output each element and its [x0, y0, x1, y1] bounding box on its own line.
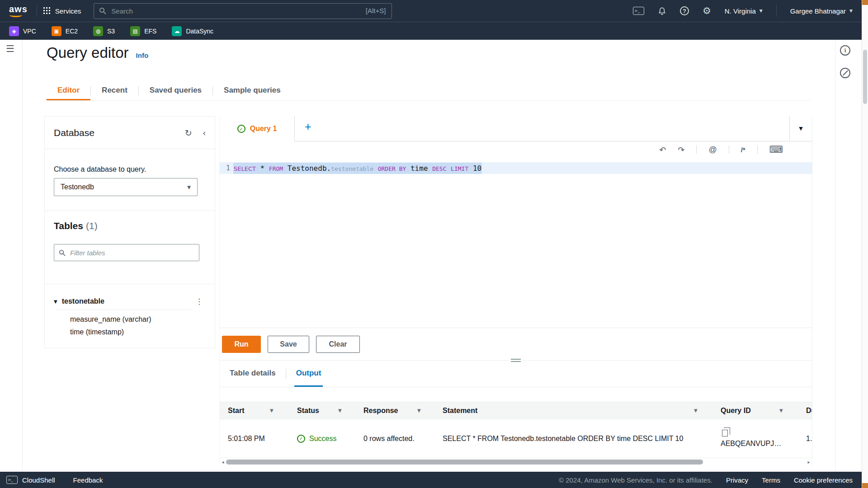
column-header-duration: Du — [806, 402, 812, 419]
aws-console: aws Services [Alt+S] >_ ? ⚙ N. Virginia … — [0, 0, 868, 488]
top-navigation-bar: aws Services [Alt+S] >_ ? ⚙ N. Virginia … — [0, 0, 868, 22]
filter-tables-input[interactable] — [69, 249, 194, 257]
favorite-label: S3 — [107, 28, 115, 35]
tab-output[interactable]: Output — [294, 361, 323, 387]
scrollbar-track[interactable] — [226, 458, 806, 466]
comment-icon[interactable]: /* — [741, 146, 745, 154]
cookie-preferences-link[interactable]: Cookie preferences — [794, 476, 853, 484]
query-tab-overflow-menu[interactable]: ▼ — [789, 116, 812, 141]
filter-caret-icon[interactable]: ▼ — [779, 408, 783, 413]
scroll-left-icon[interactable]: ◂ — [220, 460, 226, 465]
result-duration: 1.1 — [806, 419, 812, 458]
settings-gear-icon[interactable]: ⚙ — [703, 6, 711, 16]
page-tabs: Editor Recent Saved queries Sample queri… — [47, 81, 292, 100]
sql-code-editor[interactable]: 1 SELECT * FROM Testonedb.testonetable O… — [220, 158, 812, 328]
privacy-link[interactable]: Privacy — [726, 476, 748, 484]
favorite-label: VPC — [23, 28, 36, 35]
search-icon — [59, 249, 66, 256]
query-tab-label: Query 1 — [250, 125, 277, 133]
undo-icon[interactable]: ↶ — [659, 145, 666, 155]
left-rail-divider — [22, 40, 23, 472]
chevron-down-icon: ▼ — [187, 185, 191, 190]
column-header-response: Response — [363, 402, 398, 419]
cloudshell-icon: >_ — [6, 476, 18, 484]
results-table-header: Start ▼ Status ▼ Response ▼ Statement ▼ … — [220, 402, 812, 419]
favorite-vpc[interactable]: ◈ VPC — [9, 26, 36, 36]
search-input[interactable] — [94, 3, 392, 19]
sql-token: time — [410, 164, 428, 173]
hamburger-menu-icon[interactable]: ☰ — [6, 43, 14, 54]
header-divider — [37, 5, 37, 17]
favorite-efs[interactable]: ▤ EFS — [130, 26, 156, 36]
expand-caret-icon[interactable]: ▼ — [54, 299, 57, 304]
query-tab-1[interactable]: ✓ Query 1 — [220, 116, 295, 141]
sql-token: LIMIT — [451, 165, 468, 172]
vertical-scrollbar[interactable] — [862, 0, 868, 488]
query-id-value: AEBQEANVUPJ… — [721, 440, 781, 448]
info-link[interactable]: Info — [136, 52, 149, 59]
copy-icon[interactable] — [722, 430, 728, 436]
filter-caret-icon[interactable]: ▼ — [338, 408, 342, 413]
sql-token: ORDER BY — [378, 165, 406, 172]
scrollbar-thumb[interactable] — [226, 460, 703, 465]
tree-divider — [56, 310, 191, 310]
filter-caret-icon[interactable]: ▼ — [417, 408, 421, 413]
filter-caret-icon[interactable]: ▼ — [270, 408, 274, 413]
results-tabs: Table details Output — [220, 361, 812, 387]
sql-token: Testonedb — [288, 164, 327, 173]
copyright-text: © 2024, Amazon Web Services, Inc. or its… — [559, 476, 712, 484]
notifications-icon[interactable] — [658, 6, 666, 16]
aws-logo[interactable]: aws — [8, 4, 30, 18]
terms-link[interactable]: Terms — [762, 476, 780, 484]
search-icon — [99, 7, 106, 16]
tables-count: (1) — [86, 221, 98, 231]
scroll-up-button[interactable] — [862, 0, 868, 5]
feedback-link[interactable]: Feedback — [73, 476, 103, 484]
tab-sample-queries[interactable]: Sample queries — [213, 81, 292, 100]
cloudshell-icon[interactable]: >_ — [633, 7, 644, 15]
add-query-tab-button[interactable]: + — [305, 121, 311, 132]
panel-divider — [45, 284, 215, 284]
tab-table-details[interactable]: Table details — [228, 361, 278, 387]
scroll-down-button[interactable] — [862, 483, 868, 488]
mention-icon[interactable]: @ — [708, 145, 717, 155]
favorite-ec2[interactable]: ▣ EC2 — [52, 26, 78, 36]
favorite-s3[interactable]: ◍ S3 — [93, 26, 115, 36]
tab-recent[interactable]: Recent — [91, 81, 138, 100]
clear-button[interactable]: Clear — [316, 336, 360, 353]
info-panel-icon[interactable]: i — [840, 45, 850, 56]
result-start-time: 5:01:08 PM — [228, 419, 265, 458]
tab-editor[interactable]: Editor — [47, 81, 90, 100]
vpc-service-icon: ◈ — [9, 26, 19, 36]
run-button[interactable]: Run — [222, 336, 261, 353]
tab-saved-queries[interactable]: Saved queries — [139, 81, 212, 100]
cloudshell-button[interactable]: >_ CloudShell — [6, 476, 55, 484]
favorite-datasync[interactable]: ☁ DataSync — [172, 26, 213, 36]
scrollbar-thumb[interactable] — [863, 50, 867, 104]
account-menu[interactable]: Gargee Bhatnagar ▼ — [790, 7, 853, 15]
refresh-icon[interactable]: ↻ — [185, 128, 192, 138]
kebab-menu-icon[interactable]: ⋮ — [193, 297, 206, 306]
global-search: [Alt+S] — [94, 3, 392, 19]
collapse-panel-icon[interactable]: ‹ — [203, 128, 206, 138]
table-column-item: time (timestamp) — [70, 328, 124, 336]
filter-caret-icon[interactable]: ▼ — [694, 408, 698, 413]
region-selector[interactable]: N. Virginia ▼ — [725, 7, 763, 15]
toolbar-divider — [757, 145, 758, 154]
main-content: ☰ Query editor Info Editor Recent Saved … — [0, 40, 868, 472]
status-badge: Success — [309, 435, 336, 443]
database-select[interactable]: Testonedb ▼ — [54, 178, 198, 196]
keyboard-shortcuts-icon[interactable]: ⌨ — [769, 144, 783, 155]
scroll-right-icon[interactable]: ▸ — [806, 460, 812, 465]
table-column-item: measure_name (varchar) — [70, 315, 151, 324]
filter-tables-box — [54, 244, 199, 261]
table-tree-item[interactable]: ▼ testonetable ⋮ — [54, 294, 206, 309]
redo-icon[interactable]: ↷ — [678, 145, 684, 155]
save-button[interactable]: Save — [268, 336, 309, 353]
tools-panel-icon[interactable] — [840, 68, 850, 78]
services-menu-button[interactable]: Services — [43, 7, 81, 15]
sql-statement-line: SELECT * FROM Testonedb.testonetable ORD… — [233, 164, 482, 173]
resize-handle[interactable] — [509, 357, 523, 363]
help-icon[interactable]: ? — [680, 6, 689, 15]
header-divider — [776, 5, 777, 17]
